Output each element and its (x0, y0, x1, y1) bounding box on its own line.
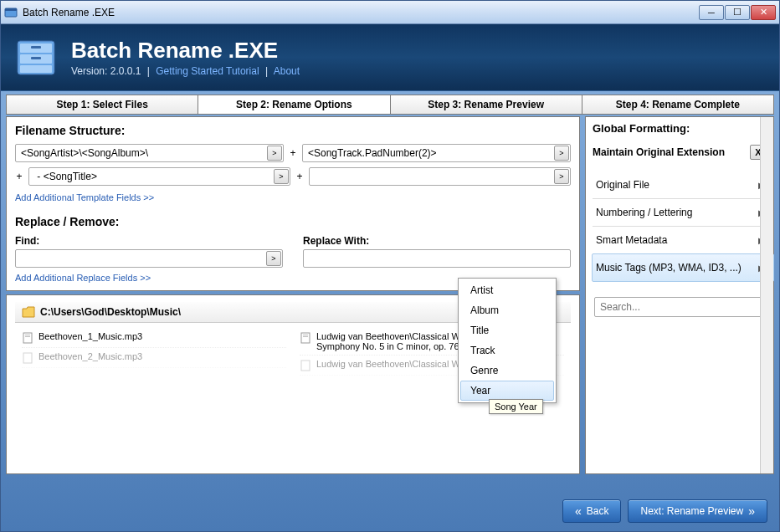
app-title: Batch Rename .EXE (71, 38, 300, 64)
template-field-1[interactable] (16, 145, 266, 161)
find-dropdown[interactable]: > (266, 251, 281, 266)
window-title: Batch Rename .EXE (23, 7, 699, 18)
find-input[interactable] (16, 250, 265, 267)
global-formatting-heading: Global Formatting: (593, 122, 773, 140)
submenu-track[interactable]: Track (460, 340, 554, 361)
next-button[interactable]: Next: Rename Preview » (628, 499, 767, 523)
submenu-artist[interactable]: Artist (460, 280, 554, 300)
back-button-label: Back (587, 505, 609, 517)
svg-rect-1 (5, 8, 17, 11)
step-3-tab[interactable]: Step 3: Rename Preview (391, 95, 582, 114)
step-tabs: Step 1: Select Files Step 2: Rename Opti… (6, 95, 774, 115)
step-1-tab[interactable]: Step 1: Select Files (7, 95, 198, 114)
category-music-tags[interactable]: Music Tags (MP3, WMA, ID3, ...) ▶ (592, 253, 774, 282)
svg-rect-12 (301, 333, 310, 343)
preview-path: C:\Users\God\Desktop\Music\ (40, 306, 181, 318)
chevron-left-icon: « (575, 505, 582, 517)
original-filename: Beethoven_2_Music.mp3 (38, 351, 142, 361)
filename-structure-section: Filename Structure: > + > + (6, 116, 580, 291)
file-icon (300, 360, 311, 371)
template-field-4[interactable] (310, 168, 553, 185)
category-label: Original File (596, 179, 649, 191)
replace-with-input[interactable] (304, 250, 570, 267)
svg-rect-14 (303, 336, 308, 337)
music-tags-submenu: Artist Album Title Track Genre Year (458, 278, 557, 403)
template-field-2[interactable] (303, 145, 553, 161)
version-value: 2.0.0.1 (110, 65, 141, 77)
app-icon (4, 6, 18, 19)
file-icon (22, 352, 33, 364)
app-banner: Batch Rename .EXE Version: 2.0.0.1 | Get… (1, 24, 779, 91)
category-original-file[interactable]: Original File ▶ (593, 171, 773, 199)
svg-rect-15 (301, 361, 310, 371)
global-formatting-panel: Global Formatting: Maintain Original Ext… (585, 116, 774, 474)
next-button-label: Next: Rename Preview (640, 505, 743, 517)
chevron-right-icon: » (748, 505, 755, 517)
category-label: Smart Metadata (596, 234, 667, 246)
scrollbar[interactable] (760, 117, 773, 473)
svg-rect-10 (25, 336, 30, 337)
svg-rect-8 (23, 333, 32, 343)
folder-icon (22, 306, 35, 318)
original-filename: Beethoven_1_Music.mp3 (38, 331, 142, 341)
template-field-1-dropdown[interactable]: > (267, 146, 282, 161)
svg-rect-9 (25, 335, 30, 335)
plus-separator: + (295, 171, 304, 182)
category-smart-metadata[interactable]: Smart Metadata ▶ (593, 227, 773, 254)
preview-original-column: Beethoven_1_Music.mp3 Beethoven_2_Music.… (15, 323, 293, 467)
step-4-tab[interactable]: Step 4: Rename Complete (582, 95, 773, 114)
submenu-genre[interactable]: Genre (460, 361, 554, 381)
maximize-button[interactable]: ☐ (725, 5, 750, 20)
submenu-title[interactable]: Title (460, 320, 554, 340)
replace-remove-heading: Replace / Remove: (15, 215, 571, 228)
category-label: Numbering / Lettering (596, 207, 692, 218)
list-item[interactable]: Beethoven_2_Music.mp3 (22, 348, 286, 368)
version-label: Version: (71, 65, 107, 77)
svg-rect-11 (23, 353, 32, 363)
template-field-4-dropdown[interactable]: > (554, 169, 569, 184)
add-template-fields-link[interactable]: Add Additional Template Fields >> (15, 192, 154, 202)
tutorial-link[interactable]: Getting Started Tutorial (156, 65, 259, 77)
maintain-extension-label: Maintain Original Extension (593, 146, 725, 158)
tooltip: Song Year (489, 399, 543, 414)
submenu-year[interactable]: Year (460, 381, 554, 401)
close-button[interactable]: ✕ (751, 5, 776, 20)
filename-structure-heading: Filename Structure: (15, 124, 571, 137)
cabinet-icon (13, 34, 59, 81)
minimize-button[interactable]: ─ (699, 5, 724, 20)
category-label: Music Tags (MP3, WMA, ID3, ...) (596, 262, 742, 274)
replace-with-label: Replace With: (303, 235, 571, 247)
find-label: Find: (15, 235, 283, 247)
search-input[interactable] (594, 297, 767, 317)
back-button[interactable]: « Back (562, 499, 621, 523)
svg-rect-6 (31, 46, 41, 49)
svg-rect-5 (20, 65, 52, 73)
plus-separator: + (15, 171, 23, 182)
template-field-3-dropdown[interactable]: > (274, 169, 289, 184)
about-link[interactable]: About (274, 65, 300, 77)
template-field-2-dropdown[interactable]: > (554, 146, 569, 161)
svg-rect-13 (303, 335, 308, 335)
window-titlebar: Batch Rename .EXE ─ ☐ ✕ (1, 1, 779, 24)
add-replace-fields-link[interactable]: Add Additional Replace Fields >> (15, 273, 151, 283)
list-item[interactable]: Beethoven_1_Music.mp3 (22, 328, 286, 348)
template-field-3[interactable] (29, 168, 273, 185)
plus-separator: + (289, 147, 297, 159)
submenu-album[interactable]: Album (460, 300, 554, 320)
category-numbering[interactable]: Numbering / Lettering ▶ (593, 199, 773, 227)
step-2-tab[interactable]: Step 2: Rename Options (198, 95, 390, 114)
file-icon (300, 332, 311, 344)
svg-rect-7 (31, 57, 41, 59)
file-icon (22, 332, 33, 344)
